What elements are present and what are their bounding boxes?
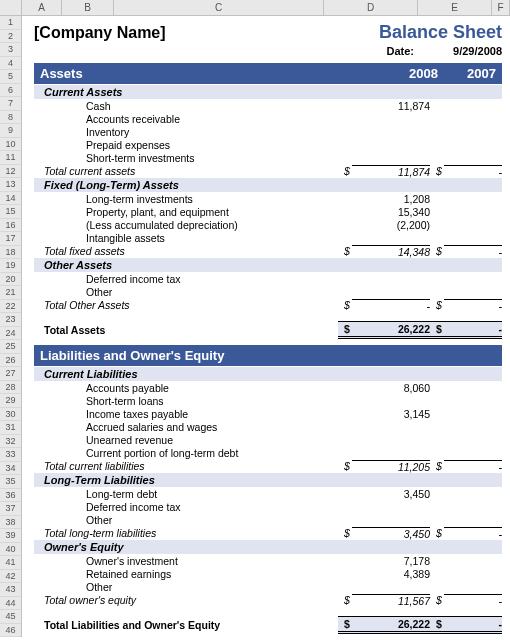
liabilities-header: Liabilities and Owner's Equity [34, 345, 502, 366]
line-item[interactable]: Current portion of long-term debt [34, 446, 502, 459]
line-item[interactable]: (Less accumulated depreciation)(2,200) [34, 218, 502, 231]
line-item[interactable]: Unearned revenue [34, 433, 502, 446]
date-row: Date: 9/29/2008 [34, 45, 502, 57]
line-item[interactable]: Accounts receivable [34, 112, 502, 125]
date-value[interactable]: 9/29/2008 [442, 45, 502, 57]
other-assets-header: Other Assets [34, 258, 502, 272]
total-longterm-liabilities: Total long-term liabilities $3,450 $- [34, 526, 502, 540]
line-item[interactable]: Long-term debt3,450 [34, 487, 502, 500]
line-item[interactable]: Other [34, 285, 502, 298]
line-item[interactable]: Retained earnings4,389 [34, 567, 502, 580]
total-current-assets: Total current assets $11,874 $- [34, 164, 502, 178]
fixed-assets-header: Fixed (Long-Term) Assets [34, 178, 502, 192]
total-assets: Total Assets $26,222 $- [34, 320, 502, 339]
column-headers: A B C D E F [0, 0, 510, 16]
line-item[interactable]: Short-term loans [34, 394, 502, 407]
line-item[interactable]: Deferred income tax [34, 272, 502, 285]
total-other-assets: Total Other Assets $- $- [34, 298, 502, 312]
total-owners-equity: Total owner's equity $11,567 $- [34, 593, 502, 607]
longterm-liabilities-header: Long-Term Liabilities [34, 473, 502, 487]
sheet-title: Balance Sheet [379, 22, 502, 43]
line-item[interactable]: Cash11,874 [34, 99, 502, 112]
line-item[interactable]: Long-term investments1,208 [34, 192, 502, 205]
line-item[interactable]: Accounts payable8,060 [34, 381, 502, 394]
company-name[interactable]: [Company Name] [34, 24, 166, 42]
assets-header: Assets 2008 2007 [34, 63, 502, 84]
total-current-liabilities: Total current liabilities $11,205 $- [34, 459, 502, 473]
line-item[interactable]: Short-term investments [34, 151, 502, 164]
line-item[interactable]: Other [34, 513, 502, 526]
owners-equity-header: Owner's Equity [34, 540, 502, 554]
line-item[interactable]: Accrued salaries and wages [34, 420, 502, 433]
line-item[interactable]: Income taxes payable3,145 [34, 407, 502, 420]
balance-sheet: [Company Name] Balance Sheet Date: 9/29/… [22, 16, 510, 642]
current-liabilities-header: Current Liabilities [34, 367, 502, 381]
line-item[interactable]: Deferred income tax [34, 500, 502, 513]
line-item[interactable]: Property, plant, and equipment15,340 [34, 205, 502, 218]
line-item[interactable]: Prepaid expenses [34, 138, 502, 151]
row-numbers: 1234567891011121314151617181920212223242… [0, 16, 22, 637]
line-item[interactable]: Owner's investment7,178 [34, 554, 502, 567]
line-item[interactable]: Intangible assets [34, 231, 502, 244]
total-liabilities-equity: Total Liabilities and Owner's Equity $26… [34, 615, 502, 634]
current-assets-header: Current Assets [34, 85, 502, 99]
total-fixed-assets: Total fixed assets $14,348 $- [34, 244, 502, 258]
date-label: Date: [386, 45, 414, 57]
line-item[interactable]: Other [34, 580, 502, 593]
line-item[interactable]: Inventory [34, 125, 502, 138]
